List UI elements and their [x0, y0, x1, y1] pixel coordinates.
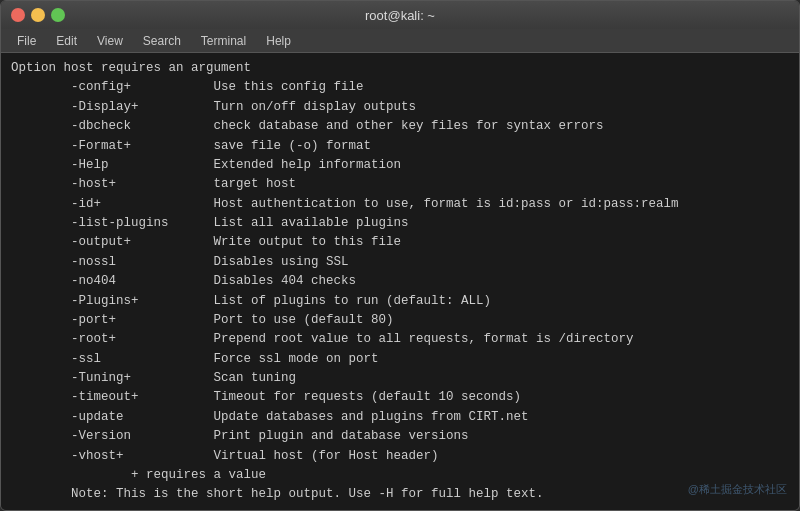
terminal-line: + requires a value [11, 466, 789, 485]
terminal-line: -update Update databases and plugins fro… [11, 408, 789, 427]
terminal-line: Note: This is the short help output. Use… [11, 485, 789, 504]
terminal-line: -timeout+ Timeout for requests (default … [11, 388, 789, 407]
terminal-line: -nossl Disables using SSL [11, 253, 789, 272]
terminal-line: -Version Print plugin and database versi… [11, 427, 789, 446]
terminal-line: -list-plugins List all available plugins [11, 214, 789, 233]
terminal-line: -ssl Force ssl mode on port [11, 350, 789, 369]
watermark: @稀土掘金技术社区 [688, 481, 787, 498]
menu-file[interactable]: File [9, 32, 44, 50]
window-controls: ✕ − □ [11, 8, 65, 22]
terminal-line: -host+ target host [11, 175, 789, 194]
menu-search[interactable]: Search [135, 32, 189, 50]
terminal-line: -Format+ save file (-o) format [11, 137, 789, 156]
terminal-line: -Plugins+ List of plugins to run (defaul… [11, 292, 789, 311]
terminal-line: -no404 Disables 404 checks [11, 272, 789, 291]
terminal-line: -output+ Write output to this file [11, 233, 789, 252]
terminal-line: -config+ Use this config file [11, 78, 789, 97]
prompt-line: root@kali:~# [11, 505, 789, 510]
terminal-line: Option host requires an argument [11, 59, 789, 78]
menu-help[interactable]: Help [258, 32, 299, 50]
terminal-line: -Tuning+ Scan tuning [11, 369, 789, 388]
terminal-line: -dbcheck check database and other key fi… [11, 117, 789, 136]
terminal-line: -Help Extended help information [11, 156, 789, 175]
maximize-button[interactable]: □ [51, 8, 65, 22]
terminal-line: -Display+ Turn on/off display outputs [11, 98, 789, 117]
terminal-body[interactable]: Option host requires an argument -config… [1, 53, 799, 510]
terminal-line: -vhost+ Virtual host (for Host header) [11, 447, 789, 466]
menu-view[interactable]: View [89, 32, 131, 50]
terminal-line: -id+ Host authentication to use, format … [11, 195, 789, 214]
menu-edit[interactable]: Edit [48, 32, 85, 50]
terminal-line: -root+ Prepend root value to all request… [11, 330, 789, 349]
minimize-button[interactable]: − [31, 8, 45, 22]
terminal-window: ✕ − □ root@kali: ~ File Edit View Search… [0, 0, 800, 511]
menu-terminal[interactable]: Terminal [193, 32, 254, 50]
menubar: File Edit View Search Terminal Help [1, 29, 799, 53]
titlebar: ✕ − □ root@kali: ~ [1, 1, 799, 29]
terminal-line: -port+ Port to use (default 80) [11, 311, 789, 330]
window-title: root@kali: ~ [365, 8, 435, 23]
close-button[interactable]: ✕ [11, 8, 25, 22]
